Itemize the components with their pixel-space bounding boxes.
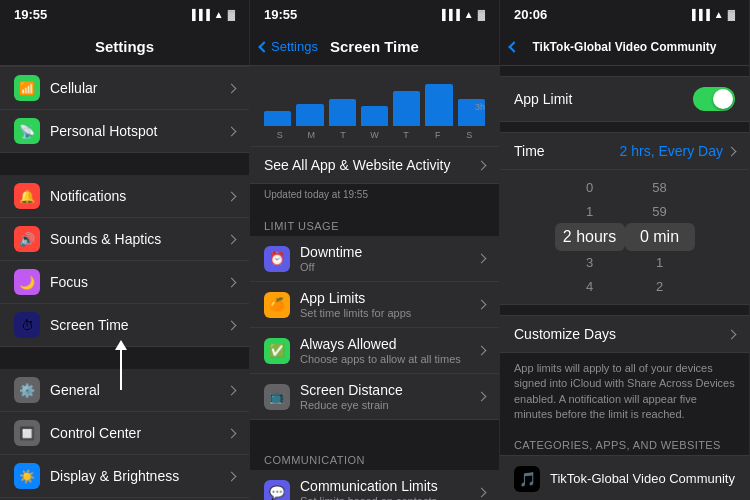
picker-3h: 3 <box>586 251 593 275</box>
settings-title: Settings <box>95 38 154 55</box>
wifi-icon: ▲ <box>214 9 224 20</box>
chart-label-t2: T <box>390 130 422 140</box>
usage-chart: S M T W T F S 3h <box>250 66 499 146</box>
list-item-downtime[interactable]: ⏰ Downtime Off <box>250 236 499 282</box>
control-center-icon: 🔲 <box>14 420 40 446</box>
see-all-row[interactable]: See All App & Website Activity <box>250 146 499 184</box>
wifi-icon-3: ▲ <box>714 9 724 20</box>
wifi-icon-2: ▲ <box>464 9 474 20</box>
cellular-icon: 📶 <box>14 75 40 101</box>
time-row[interactable]: Time 2 hrs, Every Day <box>500 132 749 170</box>
list-item-display[interactable]: ☀️ Display & Brightness <box>0 455 249 498</box>
mins-picker: 58 59 0 min 1 2 <box>625 176 695 298</box>
cellular-label: Cellular <box>50 80 228 96</box>
downtime-label: Downtime <box>300 244 478 260</box>
list-item-control-center[interactable]: 🔲 Control Center <box>0 412 249 455</box>
focus-icon: 🌙 <box>14 269 40 295</box>
tiktok-icon: 🎵 <box>514 466 540 492</box>
chevron-icon <box>227 83 237 93</box>
app-limits-subtitle: Set time limits for apps <box>300 307 478 319</box>
chevron-icon <box>477 488 487 498</box>
general-label: General <box>50 382 228 398</box>
status-bar-2: 19:55 ▐▐▐ ▲ ▓ <box>250 0 499 28</box>
chart-label-s3: S <box>453 130 485 140</box>
picker-1h: 1 <box>586 200 593 224</box>
chart-labels: S M T W T F S <box>264 130 485 140</box>
screen-distance-label: Screen Distance <box>300 382 478 398</box>
screen-distance-icon: 📺 <box>264 384 290 410</box>
hotspot-label: Personal Hotspot <box>50 123 228 139</box>
chevron-icon <box>227 126 237 136</box>
chart-bar-m <box>296 104 323 127</box>
app-limit-label: App Limit <box>514 91 572 107</box>
display-icon: ☀️ <box>14 463 40 489</box>
list-item-focus[interactable]: 🌙 Focus <box>0 261 249 304</box>
chart-bar-t <box>329 99 356 127</box>
chevron-icon <box>477 392 487 402</box>
app-limit-toggle-row: App Limit <box>500 76 749 122</box>
back-chevron <box>258 41 269 52</box>
app-name: TikTok-Global Video Community <box>550 471 735 486</box>
signal-icon-2: ▐▐▐ <box>439 9 460 20</box>
app-limit-back-button[interactable] <box>510 43 518 51</box>
list-item-hotspot[interactable]: 📡 Personal Hotspot <box>0 110 249 153</box>
list-item-always-allowed[interactable]: ✅ Always Allowed Choose apps to allow at… <box>250 328 499 374</box>
downtime-icon: ⏰ <box>264 246 290 272</box>
always-allowed-subtitle: Choose apps to allow at all times <box>300 353 478 365</box>
limit-usage-header: LIMIT USAGE <box>250 208 499 236</box>
screen-time-arrow <box>115 340 127 390</box>
chart-label-s: S <box>264 130 296 140</box>
status-icons-2: ▐▐▐ ▲ ▓ <box>439 9 485 20</box>
picker-row: 0 1 2 hours 3 4 58 59 0 min 1 2 <box>500 176 749 298</box>
notifications-label: Notifications <box>50 188 228 204</box>
chart-label-t: T <box>327 130 359 140</box>
chart-label-w: W <box>359 130 391 140</box>
status-bar-3: 20:06 ▐▐▐ ▲ ▓ <box>500 0 749 28</box>
chevron-icon <box>227 385 237 395</box>
back-label: Settings <box>271 39 318 54</box>
list-item-sounds[interactable]: 🔊 Sounds & Haptics <box>0 218 249 261</box>
back-chevron-3 <box>508 41 519 52</box>
app-row-tiktok[interactable]: 🎵 TikTok-Global Video Community <box>500 455 749 500</box>
categories-header: CATEGORIES, APPS, AND WEBSITES <box>500 431 749 455</box>
chevron-icon <box>227 234 237 244</box>
list-item-notifications[interactable]: 🔔 Notifications <box>0 175 249 218</box>
app-limits-label: App Limits <box>300 290 478 306</box>
chevron-icon <box>227 277 237 287</box>
picker-4h: 4 <box>586 275 593 299</box>
sounds-icon: 🔊 <box>14 226 40 252</box>
comm-limits-icon: 💬 <box>264 480 290 501</box>
downtime-subtitle: Off <box>300 261 478 273</box>
chart-bars <box>264 76 485 126</box>
app-limit-nav-header: TikTok-Global Video Community <box>500 28 749 66</box>
chart-max-label: 3h <box>475 102 485 112</box>
chart-bar-t2 <box>393 91 420 126</box>
settings-nav-header: Settings <box>0 28 249 66</box>
toggle-knob <box>713 89 733 109</box>
time-picker[interactable]: 0 1 2 hours 3 4 58 59 0 min 1 2 <box>500 170 749 305</box>
screen-distance-subtitle: Reduce eye strain <box>300 399 478 411</box>
app-limits-icon: 🍊 <box>264 292 290 318</box>
updated-text: Updated today at 19:55 <box>250 184 499 208</box>
list-item-cellular[interactable]: 📶 Cellular <box>0 66 249 110</box>
chart-bar-f <box>425 84 452 127</box>
time-value: 2 hrs, Every Day <box>620 143 723 159</box>
panel-screen-time: 19:55 ▐▐▐ ▲ ▓ Settings Screen Time <box>250 0 500 500</box>
chevron-icon <box>227 471 237 481</box>
customize-days-row[interactable]: Customize Days <box>500 315 749 353</box>
app-limit-title: TikTok-Global Video Community <box>532 40 716 54</box>
list-item-comm-limits[interactable]: 💬 Communication Limits Set limits based … <box>250 470 499 500</box>
list-item-app-limits[interactable]: 🍊 App Limits Set time limits for apps <box>250 282 499 328</box>
list-item-screen-distance[interactable]: 📺 Screen Distance Reduce eye strain <box>250 374 499 420</box>
general-icon: ⚙️ <box>14 377 40 403</box>
status-bar-1: 19:55 ▐▐▐ ▲ ▓ <box>0 0 249 28</box>
screen-time-nav-header: Settings Screen Time <box>250 28 499 66</box>
display-label: Display & Brightness <box>50 468 228 484</box>
status-time-1: 19:55 <box>14 7 47 22</box>
info-text: App limits will apply to all of your dev… <box>500 353 749 431</box>
see-all-text: See All App & Website Activity <box>264 157 451 173</box>
picker-2m: 2 <box>656 275 663 299</box>
app-limit-toggle[interactable] <box>693 87 735 111</box>
back-button[interactable]: Settings <box>260 39 318 54</box>
chevron-icon <box>477 346 487 356</box>
